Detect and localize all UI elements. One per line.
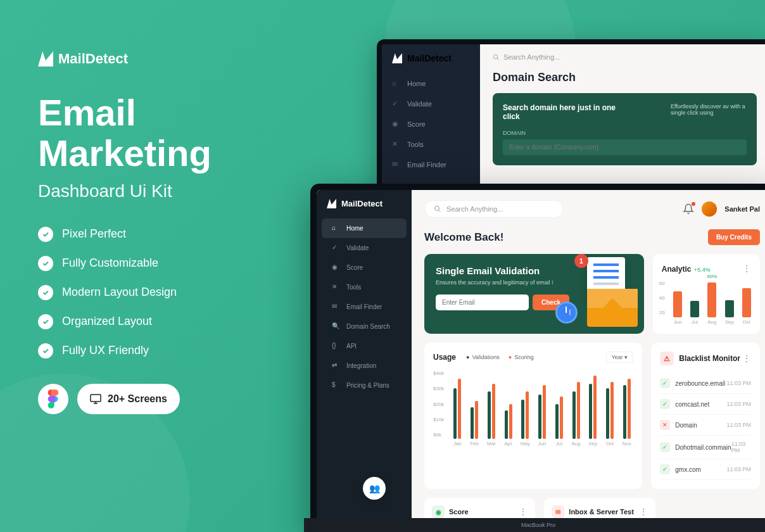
nav-icon: ✕ bbox=[392, 140, 401, 149]
sidebar-item-domain-search[interactable]: 🔍Domain Search bbox=[322, 317, 407, 336]
blacklist-row[interactable]: ✓gmx.com11:03 PM bbox=[660, 459, 751, 480]
check-icon bbox=[38, 285, 53, 300]
sidebar-item-tools[interactable]: ✕Tools bbox=[382, 134, 480, 155]
blacklist-row[interactable]: ✕Domain11:03 PM bbox=[660, 415, 751, 436]
more-icon[interactable]: ⋮ bbox=[639, 507, 648, 517]
chart-bar: Oct bbox=[604, 376, 617, 446]
nav-icon: ✉ bbox=[392, 160, 401, 169]
check-icon bbox=[38, 227, 53, 242]
score-icon: ◉ bbox=[432, 505, 445, 518]
usage-title: Usage bbox=[433, 353, 456, 362]
hero-subtitle: Dashboard Ui Kit bbox=[38, 181, 212, 201]
chart-bar: Aug bbox=[569, 376, 583, 446]
chart-bar: Sep bbox=[724, 300, 734, 326]
more-icon[interactable]: ⋮ bbox=[742, 353, 751, 364]
nav-icon: 🔍 bbox=[332, 322, 340, 331]
check-icon: ✓ bbox=[660, 378, 670, 388]
search-input[interactable]: Search Anything... bbox=[424, 200, 564, 218]
chart-bar: Feb bbox=[468, 376, 481, 446]
sidebar-light: MailDetect ⌂Home✓Validate◉Score✕Tools✉Em… bbox=[317, 190, 412, 532]
feature-item: Organized Layout bbox=[38, 314, 212, 329]
avatar[interactable] bbox=[702, 201, 717, 217]
blacklist-row[interactable]: ✓Dohotmail.commain11:03 PM bbox=[660, 436, 751, 459]
legend-validations: Validations bbox=[466, 354, 500, 360]
analytic-card: Analytic +5.4% ⋮ 604020 JunJul60%AugSepO… bbox=[653, 254, 760, 334]
card-side-text: Effortlessly discover av with a single c… bbox=[671, 103, 747, 116]
search-bar-dark[interactable]: Search Anything... bbox=[493, 53, 757, 61]
domain-search-card: Search domain here just in one click Eff… bbox=[493, 93, 757, 165]
sidebar-item-validate[interactable]: ✓Validate bbox=[322, 238, 407, 258]
nav-icon: ⇄ bbox=[332, 362, 340, 370]
sidebar-item-tools[interactable]: ✕Tools bbox=[322, 277, 407, 297]
chart-bar: Jun bbox=[673, 291, 683, 325]
alert-icon: ⚠ bbox=[660, 352, 674, 365]
svg-rect-1 bbox=[91, 395, 101, 402]
more-icon[interactable]: ⋮ bbox=[742, 263, 751, 274]
usage-chart: $40k$30k$20k$10k$0k JanFebMarAprMayJunJu… bbox=[433, 370, 633, 446]
promo-panel: MailDetect Email Marketing Dashboard Ui … bbox=[38, 51, 212, 414]
card-lead: Search domain here just in one click bbox=[503, 103, 617, 121]
check-icon bbox=[38, 256, 53, 271]
bell-icon[interactable] bbox=[683, 203, 694, 215]
logo-mark-icon bbox=[38, 51, 53, 66]
analytic-title: Analytic bbox=[662, 265, 692, 274]
sidebar-item-email-finder[interactable]: ✉Email Finder bbox=[322, 297, 407, 317]
analytic-chart: 604020 JunJul60%AugSepOct bbox=[662, 281, 751, 325]
period-select[interactable]: Year ▾ bbox=[606, 352, 634, 363]
blacklist-row[interactable]: ✓zerobounce.email11:03 PM bbox=[660, 373, 751, 394]
sidebar-item-score[interactable]: ◉Score bbox=[382, 114, 480, 134]
feature-item: Fully Customizable bbox=[38, 256, 212, 271]
usage-card: Usage Validations Scoring Year ▾ $40k$30… bbox=[424, 343, 642, 489]
cross-icon: ✕ bbox=[660, 420, 670, 430]
chart-bar: Jan bbox=[451, 376, 464, 446]
brand-name: MailDetect bbox=[58, 51, 128, 67]
brand-logo: MailDetect bbox=[38, 51, 212, 67]
svg-point-3 bbox=[435, 206, 439, 211]
domain-input[interactable] bbox=[503, 139, 747, 155]
nav-icon: ⌂ bbox=[332, 224, 340, 232]
chart-bar: Mar bbox=[485, 376, 498, 446]
check-icon: ✓ bbox=[660, 464, 670, 474]
sidebar-item-validate[interactable]: ✓Validate bbox=[382, 94, 480, 114]
chart-bar: Sep bbox=[586, 376, 600, 446]
blacklist-row[interactable]: ✓comcast.net11:03 PM bbox=[660, 394, 751, 415]
more-icon[interactable]: ⋮ bbox=[519, 507, 528, 517]
sidebar-item-pricing-&-plans[interactable]: $Pricing & Plans bbox=[322, 376, 407, 395]
email-input[interactable] bbox=[436, 294, 529, 310]
nav-icon: ✓ bbox=[332, 244, 340, 252]
page-title: Domain Search bbox=[493, 71, 757, 84]
nav-icon: ✓ bbox=[392, 99, 401, 108]
sidebar-item-api[interactable]: {}API bbox=[322, 336, 407, 356]
inbox-icon: ✉ bbox=[552, 505, 564, 518]
fab-users-icon[interactable]: 👥 bbox=[363, 477, 386, 500]
sidebar-item-score[interactable]: ◉Score bbox=[322, 258, 407, 277]
chart-bar: Jun bbox=[536, 376, 549, 446]
chart-bar: Nov bbox=[621, 376, 634, 446]
domain-label: DOMAIN bbox=[503, 130, 747, 136]
chart-bar: Jul bbox=[690, 301, 700, 325]
blacklist-title: Blacklist Monitor bbox=[679, 354, 740, 363]
sidebar-item-home[interactable]: ⌂Home bbox=[322, 218, 407, 238]
nav-icon: ◉ bbox=[332, 263, 340, 272]
figma-icon bbox=[47, 390, 60, 408]
sidebar-item-email-finder[interactable]: ✉Email Finder bbox=[382, 155, 480, 175]
logo-mark-icon bbox=[327, 199, 336, 208]
chart-bar: 60%Aug bbox=[707, 274, 717, 325]
logo-mark-icon bbox=[392, 53, 402, 63]
chart-bar: Apr bbox=[502, 376, 515, 446]
nav-icon: {} bbox=[332, 342, 340, 350]
check-icon: ✓ bbox=[660, 442, 670, 452]
sidebar-item-home[interactable]: ⌂Home bbox=[382, 73, 480, 94]
legend-scoring: Scoring bbox=[509, 354, 534, 360]
nav-icon: ◉ bbox=[392, 120, 401, 129]
sidebar-item-integration[interactable]: ⇄Integration bbox=[322, 356, 407, 376]
buy-credits-button[interactable]: Buy Credits bbox=[708, 229, 760, 245]
check-icon bbox=[38, 343, 53, 358]
macbook-label: MacBook Pro bbox=[304, 518, 765, 532]
svg-point-2 bbox=[493, 54, 497, 58]
check-icon: ✓ bbox=[660, 399, 670, 409]
envelope-illustration: 1 bbox=[555, 257, 638, 327]
figma-badge bbox=[38, 384, 68, 414]
search-icon bbox=[434, 205, 441, 213]
nav-icon: ⌂ bbox=[392, 79, 401, 88]
